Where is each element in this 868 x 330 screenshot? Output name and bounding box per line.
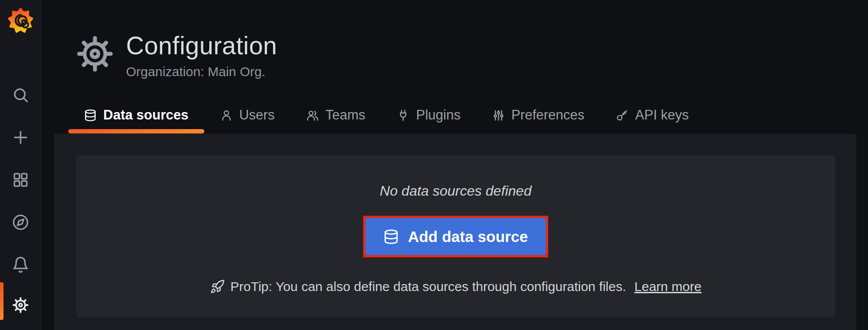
database-icon [383,229,399,245]
sidebar-item-alerting[interactable] [0,251,41,279]
gear-icon [12,296,29,314]
tab-label: Preferences [511,107,584,123]
sidebar-item-search[interactable] [0,81,41,109]
tab-data-sources[interactable]: Data sources [68,100,204,133]
tab-plugins[interactable]: Plugins [381,100,476,133]
add-data-source-label: Add data source [408,228,528,246]
search-icon [12,86,29,104]
page-header-gear-icon [75,34,115,74]
tab-label: Data sources [103,107,189,123]
tab-bar: Data sources Users Teams P [68,100,704,133]
empty-state-message: No data sources defined [380,182,532,200]
user-icon [220,109,233,122]
sidebar-active-indicator [0,282,4,320]
tab-users[interactable]: Users [204,100,290,133]
tab-teams[interactable]: Teams [290,100,381,133]
dashboards-icon [12,171,29,189]
tab-label: API keys [635,107,689,123]
tab-label: Teams [326,107,365,123]
main-content: Configuration Organization: Main Org. Da… [41,0,868,330]
database-icon [84,109,97,122]
protip: ProTip: You can also define data sources… [210,278,702,295]
bell-icon [12,256,29,274]
plug-icon [397,109,410,122]
grafana-logo-icon [7,7,34,33]
add-data-source-button[interactable]: Add data source [365,218,546,255]
tab-api-keys[interactable]: API keys [600,100,704,133]
protip-learn-more-link[interactable]: Learn more [634,278,701,295]
empty-state-box: No data sources defined Add data source [76,155,835,318]
tab-label: Users [239,107,275,123]
annotation-highlight-box: Add data source [363,216,548,257]
sidebar-item-configuration[interactable] [0,291,41,319]
page-title: Configuration [126,31,277,60]
sidebar-item-explore[interactable] [0,208,41,236]
grafana-logo[interactable] [0,6,41,34]
sidebar-item-dashboards[interactable] [0,166,41,194]
page-subtitle: Organization: Main Org. [126,64,265,80]
key-icon [616,109,629,122]
tab-preferences[interactable]: Preferences [476,100,600,133]
protip-text: ProTip: You can also define data sources… [231,278,626,295]
compass-icon [12,214,29,231]
users-icon [306,109,319,122]
tab-label: Plugins [416,107,461,123]
rocket-icon [210,279,225,294]
sidebar-item-create[interactable] [0,123,41,151]
plus-icon [12,129,29,146]
tab-content-panel: No data sources defined Add data source [55,134,856,330]
sliders-icon [492,109,505,122]
sidebar [0,0,41,330]
